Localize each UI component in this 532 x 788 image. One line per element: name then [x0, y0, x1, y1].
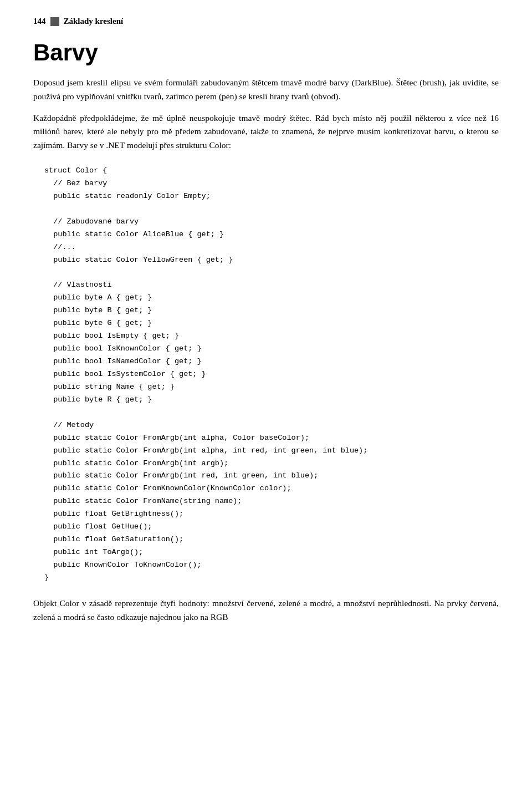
bottom-paragraph: Objekt Color v zásadě reprezentuje čtyři…	[33, 597, 499, 624]
header-separator-icon	[50, 17, 59, 26]
chapter-title: Základy kreslení	[64, 17, 124, 26]
page-number: 144	[33, 17, 46, 26]
section-heading: Barvy	[33, 39, 499, 66]
paragraph-1: Doposud jsem kreslil elipsu ve svém form…	[33, 76, 499, 104]
paragraph-2: Každopádně předpokládejme, že mě úplně n…	[33, 111, 499, 152]
code-block: struct Color { // Bez barvy public stati…	[33, 165, 499, 584]
page-header: 144 Základy kreslení	[33, 17, 499, 26]
